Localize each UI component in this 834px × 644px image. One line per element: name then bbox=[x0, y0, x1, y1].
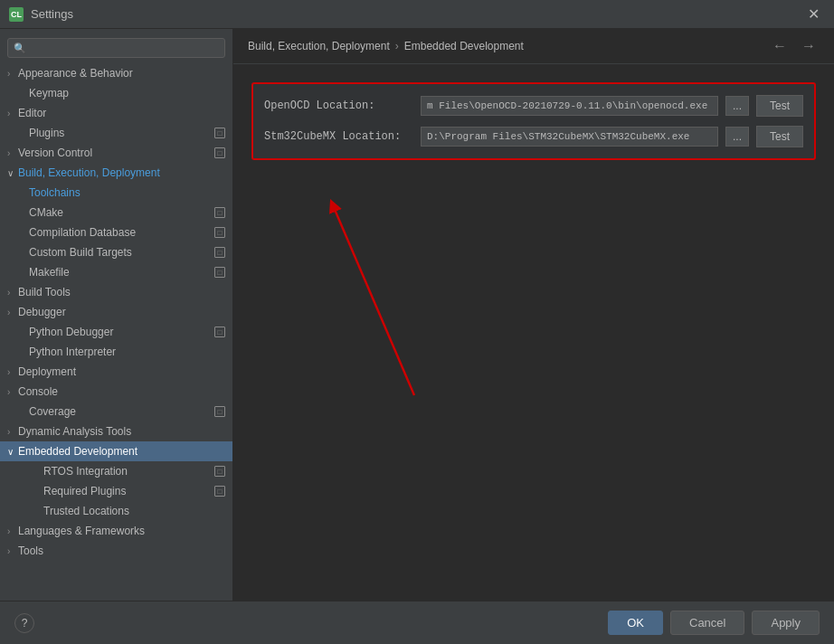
openocd-setting-row: OpenOCD Location: ... Test bbox=[264, 95, 803, 117]
sidebar-item-trusted-locations[interactable]: Trusted Locations bbox=[0, 501, 232, 521]
arrow-icon: › bbox=[7, 148, 18, 158]
stm32cubemx-input[interactable] bbox=[421, 127, 718, 147]
arrow-icon: › bbox=[7, 387, 18, 397]
content-area: Build, Execution, Deployment › Embedded … bbox=[233, 29, 834, 601]
svg-line-0 bbox=[333, 205, 414, 395]
breadcrumb-part1: Build, Execution, Deployment bbox=[248, 40, 390, 52]
sidebar-item-label: Build, Execution, Deployment bbox=[18, 166, 225, 179]
sidebar-item-plugins[interactable]: Plugins □ bbox=[0, 123, 232, 143]
stm32cubemx-test-button[interactable]: Test bbox=[756, 126, 803, 147]
sidebar-item-label: Tools bbox=[18, 545, 225, 557]
sidebar-item-label: Version Control bbox=[18, 147, 214, 159]
sidebar-item-label: Trusted Locations bbox=[43, 505, 225, 517]
nav-forward-button[interactable]: → bbox=[798, 38, 820, 54]
title-bar-left: CL Settings bbox=[9, 7, 73, 22]
sidebar-item-console[interactable]: › Console bbox=[0, 382, 232, 402]
sidebar-item-build-execution[interactable]: ∨ Build, Execution, Deployment bbox=[0, 163, 232, 183]
apply-button[interactable]: Apply bbox=[752, 611, 820, 635]
sidebar-item-label: Python Debugger bbox=[29, 326, 214, 338]
sidebar-item-editor[interactable]: › Editor bbox=[0, 103, 232, 123]
sidebar-item-label: Editor bbox=[18, 107, 225, 119]
sidebar-item-required-plugins[interactable]: Required Plugins □ bbox=[0, 481, 232, 501]
arrow-icon: ∨ bbox=[7, 447, 18, 457]
sidebar-item-build-tools[interactable]: › Build Tools bbox=[0, 282, 232, 302]
stm32cubemx-label: Stm32CubeMX Location: bbox=[264, 130, 413, 143]
sidebar-item-label: Embedded Development bbox=[18, 445, 225, 458]
search-icon: 🔍 bbox=[14, 43, 26, 54]
openocd-label: OpenOCD Location: bbox=[264, 99, 413, 112]
sidebar-item-label: RTOS Integration bbox=[43, 465, 214, 478]
sidebar-item-python-debugger[interactable]: Python Debugger □ bbox=[0, 322, 232, 342]
sidebar-item-label: Appearance & Behavior bbox=[18, 67, 225, 80]
breadcrumb-separator: › bbox=[395, 40, 399, 52]
sidebar-item-label: Deployment bbox=[18, 365, 225, 378]
sidebar-item-compilation-db[interactable]: Compilation Database □ bbox=[0, 223, 232, 242]
sidebar-item-label: Console bbox=[18, 385, 225, 398]
stm32cubemx-browse-button[interactable]: ... bbox=[725, 127, 749, 147]
sidebar-item-keymap[interactable]: Keymap bbox=[0, 83, 232, 103]
openocd-test-button[interactable]: Test bbox=[756, 95, 803, 117]
sidebar-item-tools[interactable]: › Tools bbox=[0, 541, 232, 561]
modified-indicator: □ bbox=[214, 128, 225, 138]
sidebar-item-languages[interactable]: › Languages & Frameworks bbox=[0, 521, 232, 541]
sidebar-item-version-control[interactable]: › Version Control □ bbox=[0, 143, 232, 163]
window-title: Settings bbox=[31, 7, 73, 21]
bottom-bar-left: ? bbox=[14, 613, 34, 633]
arrow-icon: › bbox=[7, 288, 18, 298]
sidebar-item-label: Compilation Database bbox=[29, 226, 214, 239]
settings-box: OpenOCD Location: ... Test Stm32CubeMX L… bbox=[251, 82, 816, 160]
arrow-icon: › bbox=[7, 367, 18, 377]
sidebar-item-custom-build[interactable]: Custom Build Targets □ bbox=[0, 242, 232, 262]
stm32cubemx-setting-row: Stm32CubeMX Location: ... Test bbox=[264, 126, 803, 147]
sidebar-item-appearance[interactable]: › Appearance & Behavior bbox=[0, 63, 232, 83]
modified-indicator: □ bbox=[214, 247, 225, 258]
search-input[interactable] bbox=[30, 42, 219, 54]
sidebar-item-deployment[interactable]: › Deployment bbox=[0, 362, 232, 382]
arrow-icon: › bbox=[7, 546, 18, 556]
settings-panel: OpenOCD Location: ... Test Stm32CubeMX L… bbox=[233, 64, 834, 601]
nav-back-button[interactable]: ← bbox=[769, 38, 791, 54]
sidebar-item-label: Toolchains bbox=[29, 186, 225, 199]
sidebar-item-toolchains[interactable]: Toolchains bbox=[0, 183, 232, 203]
openocd-browse-button[interactable]: ... bbox=[725, 96, 749, 116]
sidebar-item-label: Keymap bbox=[29, 87, 225, 99]
arrow-icon: › bbox=[7, 308, 18, 317]
cancel-button[interactable]: Cancel bbox=[670, 611, 744, 635]
modified-indicator: □ bbox=[214, 227, 225, 238]
modified-indicator: □ bbox=[214, 486, 225, 497]
arrow-icon: › bbox=[7, 109, 18, 118]
sidebar-item-python-interpreter[interactable]: Python Interpreter bbox=[0, 342, 232, 362]
bottom-bar: ? OK Cancel Apply bbox=[0, 601, 834, 644]
sidebar-item-coverage[interactable]: Coverage □ bbox=[0, 402, 232, 421]
sidebar-item-label: Languages & Frameworks bbox=[18, 525, 225, 537]
sidebar-item-makefile[interactable]: Makefile □ bbox=[0, 262, 232, 282]
search-box[interactable]: 🔍 bbox=[7, 38, 225, 58]
sidebar-item-embedded-dev[interactable]: ∨ Embedded Development bbox=[0, 441, 232, 461]
openocd-input[interactable] bbox=[421, 96, 718, 116]
modified-indicator: □ bbox=[214, 147, 225, 158]
arrow-icon: ∨ bbox=[7, 168, 18, 178]
ok-button[interactable]: OK bbox=[608, 611, 663, 635]
title-bar: CL Settings ✕ bbox=[0, 0, 834, 29]
modified-indicator: □ bbox=[214, 466, 225, 477]
sidebar-item-label: Debugger bbox=[18, 306, 225, 318]
arrow-icon: › bbox=[7, 427, 18, 437]
sidebar-item-cmake[interactable]: CMake □ bbox=[0, 203, 232, 223]
sidebar-item-label: Build Tools bbox=[18, 286, 225, 298]
sidebar-item-label: Coverage bbox=[29, 405, 214, 418]
modified-indicator: □ bbox=[214, 327, 225, 337]
annotation-arrow bbox=[279, 151, 532, 404]
sidebar-item-dynamic-analysis[interactable]: › Dynamic Analysis Tools bbox=[0, 421, 232, 441]
breadcrumb-nav: ← → bbox=[769, 38, 820, 54]
breadcrumb-part2: Embedded Development bbox=[404, 40, 524, 52]
sidebar-item-label: Dynamic Analysis Tools bbox=[18, 425, 225, 438]
close-button[interactable]: ✕ bbox=[802, 4, 825, 24]
main-container: 🔍 › Appearance & Behavior Keymap › Edito… bbox=[0, 29, 834, 601]
sidebar-item-label: Required Plugins bbox=[43, 485, 214, 497]
arrow-icon: › bbox=[7, 69, 18, 79]
help-button[interactable]: ? bbox=[14, 613, 34, 633]
sidebar-item-rtos-integration[interactable]: RTOS Integration □ bbox=[0, 461, 232, 481]
sidebar-item-debugger[interactable]: › Debugger bbox=[0, 302, 232, 322]
arrow-icon: › bbox=[7, 526, 18, 536]
bottom-bar-right: OK Cancel Apply bbox=[608, 611, 820, 635]
